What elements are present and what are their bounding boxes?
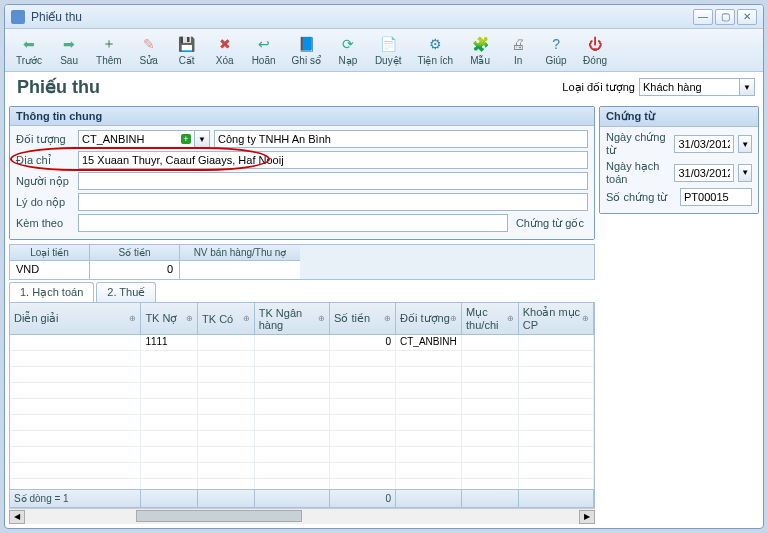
grid-cell[interactable] — [141, 415, 198, 430]
voucher-no-input[interactable] — [680, 188, 752, 206]
grid-cell[interactable] — [462, 399, 519, 414]
grid-cell[interactable] — [141, 463, 198, 478]
save-button[interactable]: 💾Cất — [169, 31, 205, 69]
grid-cell[interactable] — [198, 415, 255, 430]
tab-tax[interactable]: 2. Thuế — [96, 282, 156, 302]
scroll-left-button[interactable]: ◀ — [9, 510, 25, 524]
grid-cell[interactable] — [330, 399, 396, 414]
table-row[interactable] — [10, 463, 594, 479]
col-header[interactable]: Đối tượng⊕ — [396, 303, 462, 334]
grid-cell[interactable] — [198, 367, 255, 382]
grid-cell[interactable] — [519, 431, 594, 446]
grid-cell[interactable] — [141, 351, 198, 366]
amount-value[interactable]: 0 — [90, 261, 179, 279]
grid-cell[interactable] — [462, 335, 519, 350]
help-button[interactable]: ?Giúp — [538, 31, 574, 69]
grid-cell[interactable] — [462, 383, 519, 398]
grid-cell[interactable] — [396, 351, 462, 366]
grid-cell[interactable] — [330, 383, 396, 398]
grid-cell[interactable] — [396, 479, 462, 489]
grid-cell[interactable] — [10, 399, 141, 414]
grid-cell[interactable] — [519, 463, 594, 478]
grid-cell[interactable] — [519, 335, 594, 350]
add-target-button[interactable]: + — [178, 130, 194, 148]
grid-cell[interactable] — [330, 351, 396, 366]
grid-cell[interactable] — [396, 367, 462, 382]
target-name-input[interactable] — [214, 130, 588, 148]
post-date-input[interactable] — [674, 164, 734, 182]
postpone-button[interactable]: ↩Hoãn — [245, 31, 283, 69]
close-window-button[interactable]: ✕ — [737, 9, 757, 25]
grid-cell[interactable] — [10, 383, 141, 398]
col-header[interactable]: Khoản mục CP⊕ — [519, 303, 594, 334]
target-code-input[interactable] — [78, 130, 178, 148]
table-row[interactable] — [10, 447, 594, 463]
grid-cell[interactable] — [519, 351, 594, 366]
grid-cell[interactable] — [255, 463, 330, 478]
edit-button[interactable]: ✎Sửa — [131, 31, 167, 69]
grid-cell[interactable] — [10, 479, 141, 489]
maximize-button[interactable]: ▢ — [715, 9, 735, 25]
scroll-right-button[interactable]: ▶ — [579, 510, 595, 524]
grid-cell[interactable] — [255, 383, 330, 398]
utility-button[interactable]: ⚙Tiện ích — [410, 31, 460, 69]
grid-cell[interactable] — [519, 367, 594, 382]
grid-body[interactable]: 11110CT_ANBINH — [10, 335, 594, 489]
target-type-select[interactable] — [639, 78, 739, 96]
grid-cell[interactable]: CT_ANBINH — [396, 335, 462, 350]
grid-cell[interactable] — [10, 335, 141, 350]
target-type-dropdown[interactable]: ▼ — [739, 78, 755, 96]
delete-button[interactable]: ✖Xóa — [207, 31, 243, 69]
currency-value[interactable]: VND — [10, 261, 89, 279]
grid-cell[interactable] — [141, 431, 198, 446]
grid-cell[interactable] — [255, 447, 330, 462]
col-header[interactable]: Mục thu/chi⊕ — [462, 303, 519, 334]
table-row[interactable] — [10, 479, 594, 489]
col-header[interactable]: Số tiền⊕ — [330, 303, 396, 334]
grid-cell[interactable] — [330, 367, 396, 382]
grid-cell[interactable] — [198, 335, 255, 350]
col-header[interactable]: Diễn giải⊕ — [10, 303, 141, 334]
grid-cell[interactable] — [10, 367, 141, 382]
grid-cell[interactable] — [462, 367, 519, 382]
post-button[interactable]: 📘Ghi sổ — [285, 31, 328, 69]
attach-input[interactable] — [78, 214, 508, 232]
grid-cell[interactable] — [141, 399, 198, 414]
grid-cell[interactable] — [462, 447, 519, 462]
table-row[interactable] — [10, 431, 594, 447]
table-row[interactable] — [10, 367, 594, 383]
grid-cell[interactable] — [255, 399, 330, 414]
horizontal-scrollbar[interactable]: ◀ ▶ — [9, 508, 595, 524]
add-button[interactable]: ＋Thêm — [89, 31, 129, 69]
template-button[interactable]: 🧩Mẫu — [462, 31, 498, 69]
grid-cell[interactable] — [462, 415, 519, 430]
grid-cell[interactable] — [255, 335, 330, 350]
grid-cell[interactable] — [255, 479, 330, 489]
grid-cell[interactable] — [519, 383, 594, 398]
grid-cell[interactable] — [10, 447, 141, 462]
grid-cell[interactable] — [10, 463, 141, 478]
payer-input[interactable] — [78, 172, 588, 190]
grid-cell[interactable] — [255, 415, 330, 430]
grid-cell[interactable] — [255, 431, 330, 446]
grid-cell[interactable] — [330, 479, 396, 489]
grid-cell[interactable] — [198, 351, 255, 366]
grid-cell[interactable] — [10, 431, 141, 446]
browse-button[interactable]: 📄Duyệt — [368, 31, 409, 69]
table-row[interactable] — [10, 399, 594, 415]
close-button[interactable]: ⏻Đóng — [576, 31, 614, 69]
voucher-date-picker[interactable]: ▼ — [738, 135, 752, 153]
grid-cell[interactable] — [519, 479, 594, 489]
grid-cell[interactable] — [10, 351, 141, 366]
grid-cell[interactable] — [198, 479, 255, 489]
grid-cell[interactable] — [330, 447, 396, 462]
grid-cell[interactable] — [396, 415, 462, 430]
post-date-picker[interactable]: ▼ — [738, 164, 752, 182]
grid-cell[interactable] — [255, 351, 330, 366]
grid-cell[interactable] — [330, 463, 396, 478]
tab-accounting[interactable]: 1. Hạch toán — [9, 282, 94, 302]
grid-cell[interactable] — [396, 399, 462, 414]
grid-cell[interactable] — [198, 399, 255, 414]
grid-cell[interactable] — [198, 447, 255, 462]
prev-button[interactable]: ⬅Trước — [9, 31, 49, 69]
